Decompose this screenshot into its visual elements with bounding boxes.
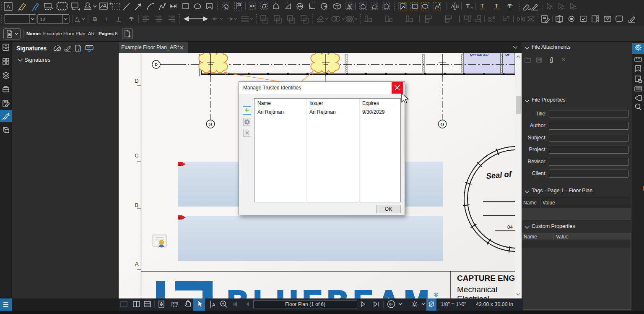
svg-text:12: 12	[40, 17, 45, 22]
svg-text:Seal of: Seal of	[486, 170, 513, 181]
svg-text:Electrical: Electrical	[457, 294, 489, 298]
svg-text:C: C	[135, 152, 138, 159]
svg-text:x: x	[530, 7, 532, 10]
svg-text:A: A	[6, 4, 10, 10]
svg-text:D: D	[155, 63, 158, 67]
svg-text:I: I	[106, 16, 107, 22]
svg-text:x: x	[64, 48, 66, 51]
svg-text:T: T	[480, 3, 484, 9]
svg-text:03: 03	[441, 123, 444, 126]
svg-text:A: A	[451, 4, 454, 9]
svg-text:T: T	[466, 3, 470, 9]
svg-text:B: B	[93, 16, 97, 22]
svg-text:T: T	[495, 3, 498, 9]
svg-text:D: D	[135, 78, 138, 84]
svg-text:T: T	[557, 17, 559, 21]
svg-text:x: x	[179, 216, 181, 220]
svg-text:CAPTURE ENG: CAPTURE ENG	[457, 274, 515, 283]
svg-text:x: x	[628, 19, 629, 22]
svg-text:01: 01	[209, 123, 213, 126]
svg-text:B: B	[456, 4, 459, 9]
svg-text:®: ®	[434, 292, 438, 298]
svg-text:OFFICE 217: OFFICE 217	[470, 53, 489, 57]
svg-text:A: A	[75, 16, 79, 22]
svg-text:x: x	[179, 163, 181, 167]
svg-text:T: T	[130, 16, 133, 22]
svg-text:04: 04	[507, 225, 513, 230]
svg-text:A: A	[212, 302, 216, 307]
svg-text:B: B	[135, 202, 139, 208]
svg-text:BLUEBEAM: BLUEBEAM	[227, 285, 434, 298]
svg-text:OF: OF	[505, 53, 510, 57]
svg-text:A: A	[135, 261, 139, 267]
svg-text:Mechanical: Mechanical	[457, 285, 497, 294]
svg-text:T: T	[117, 16, 120, 22]
